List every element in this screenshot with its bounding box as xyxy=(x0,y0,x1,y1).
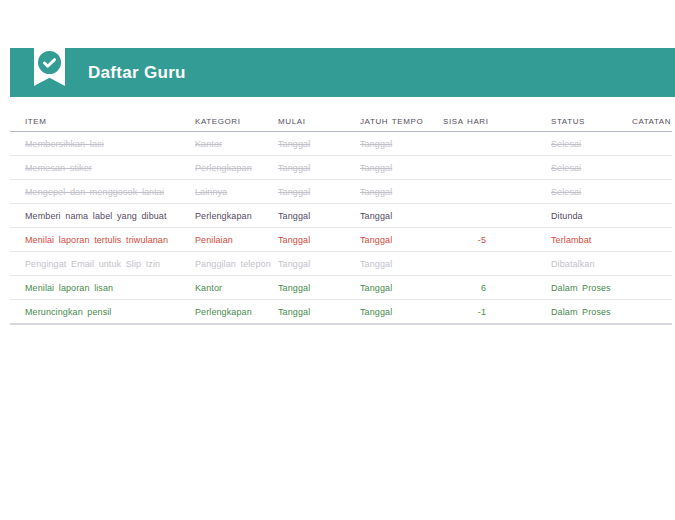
table-row: Membersihkan laciKantorTanggalTanggalSel… xyxy=(10,132,672,156)
table-row: Mengepel dan menggosok lantaiLainnyaTang… xyxy=(10,180,672,204)
cell-jatuh-tempo[interactable]: Tanggal xyxy=(360,211,443,221)
cell-jatuh-tempo[interactable]: Tanggal xyxy=(360,187,443,197)
cell-status[interactable]: Selesai xyxy=(500,139,632,149)
cell-kategori[interactable]: Kantor xyxy=(195,139,278,149)
cell-jatuh-tempo[interactable]: Tanggal xyxy=(360,139,443,149)
cell-status[interactable]: Ditunda xyxy=(500,211,632,221)
cell-jatuh-tempo[interactable]: Tanggal xyxy=(360,283,443,293)
cell-mulai[interactable]: Tanggal xyxy=(278,139,360,149)
cell-item[interactable]: Membersihkan laci xyxy=(25,139,195,149)
cell-kategori[interactable]: Perlengkapan xyxy=(195,307,278,317)
cell-kategori[interactable]: Perlengkapan xyxy=(195,211,278,221)
cell-jatuh-tempo[interactable]: Tanggal xyxy=(360,235,443,245)
cell-item[interactable]: Pengingat Email untuk Slip Izin xyxy=(25,259,195,269)
cell-status[interactable]: Dalam Proses xyxy=(500,307,632,317)
table-row: Memesan stikerPerlengkapanTanggalTanggal… xyxy=(10,156,672,180)
cell-item[interactable]: Menilai laporan lisan xyxy=(25,283,195,293)
cell-status[interactable]: Dibatalkan xyxy=(500,259,632,269)
cell-mulai[interactable]: Tanggal xyxy=(278,259,360,269)
page-title: Daftar Guru xyxy=(88,48,186,97)
cell-kategori[interactable]: Kantor xyxy=(195,283,278,293)
cell-item[interactable]: Memberi nama label yang dibuat xyxy=(25,211,195,221)
column-header-item: ITEM xyxy=(25,117,195,126)
cell-kategori[interactable]: Perlengkapan xyxy=(195,163,278,173)
cell-sisa-hari[interactable]: -5 xyxy=(443,235,500,245)
column-header-catatan: CATATAN xyxy=(632,117,672,126)
table-row: Menilai laporan lisanKantorTanggalTangga… xyxy=(10,276,672,300)
cell-status[interactable]: Selesai xyxy=(500,163,632,173)
cell-sisa-hari[interactable]: -1 xyxy=(443,307,500,317)
cell-item[interactable]: Mengepel dan menggosok lantai xyxy=(25,187,195,197)
cell-mulai[interactable]: Tanggal xyxy=(278,187,360,197)
table-header-row: ITEM KATEGORI MULAI JATUH TEMPO SISA HAR… xyxy=(10,112,672,132)
column-header-jatuh-tempo: JATUH TEMPO xyxy=(360,117,443,126)
cell-mulai[interactable]: Tanggal xyxy=(278,211,360,221)
column-header-mulai: MULAI xyxy=(278,117,360,126)
cell-item[interactable]: Meruncingkan pensil xyxy=(25,307,195,317)
checkmark-circle-icon xyxy=(38,51,61,74)
cell-status[interactable]: Selesai xyxy=(500,187,632,197)
cell-status[interactable]: Dalam Proses xyxy=(500,283,632,293)
column-header-kategori: KATEGORI xyxy=(195,117,278,126)
table-row: Memberi nama label yang dibuatPerlengkap… xyxy=(10,204,672,228)
cell-sisa-hari[interactable]: 6 xyxy=(443,283,500,293)
cell-mulai[interactable]: Tanggal xyxy=(278,163,360,173)
task-table: ITEM KATEGORI MULAI JATUH TEMPO SISA HAR… xyxy=(10,112,672,325)
cell-kategori[interactable]: Penilaian xyxy=(195,235,278,245)
cell-item[interactable]: Menilai laporan tertulis triwulanan xyxy=(25,235,195,245)
cell-jatuh-tempo[interactable]: Tanggal xyxy=(360,259,443,269)
cell-item[interactable]: Memesan stiker xyxy=(25,163,195,173)
table-row: Menilai laporan tertulis triwulananPenil… xyxy=(10,228,672,252)
table-body: Membersihkan laciKantorTanggalTanggalSel… xyxy=(10,132,672,325)
cell-mulai[interactable]: Tanggal xyxy=(278,283,360,293)
cell-kategori[interactable]: Panggilan telepon xyxy=(195,259,278,269)
cell-jatuh-tempo[interactable]: Tanggal xyxy=(360,163,443,173)
table-row: Pengingat Email untuk Slip IzinPanggilan… xyxy=(10,252,672,276)
table-row: Meruncingkan pensilPerlengkapanTanggalTa… xyxy=(10,300,672,325)
cell-mulai[interactable]: Tanggal xyxy=(278,307,360,317)
cell-kategori[interactable]: Lainnya xyxy=(195,187,278,197)
cell-jatuh-tempo[interactable]: Tanggal xyxy=(360,307,443,317)
column-header-sisa-hari: SISA HARI xyxy=(443,117,500,126)
cell-mulai[interactable]: Tanggal xyxy=(278,235,360,245)
column-header-status: STATUS xyxy=(500,117,632,126)
cell-status[interactable]: Terlambat xyxy=(500,235,632,245)
